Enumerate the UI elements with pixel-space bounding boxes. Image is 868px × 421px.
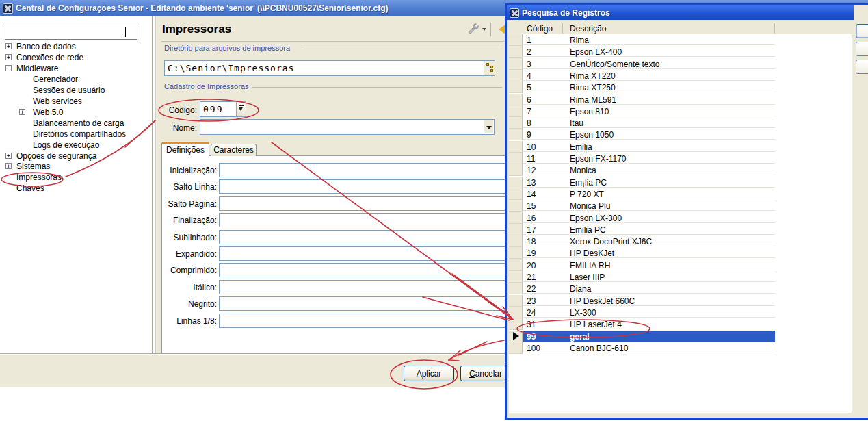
expand-icon[interactable]: + [19,109,25,115]
table-row[interactable]: 15Monica Plu [509,200,852,212]
table-row[interactable]: 22Diana [509,283,852,294]
table-row[interactable]: 1Rima [509,34,852,46]
table-row[interactable]: 20EMILIA RH [509,259,852,271]
row-selector-gutter[interactable] [509,331,523,342]
expand-icon[interactable]: + [5,54,12,60]
field-input-inicializa-o[interactable] [219,163,507,177]
dialog-side-button-3[interactable] [856,60,868,74]
row-selector-gutter[interactable] [509,94,523,105]
row-selector-gutter[interactable] [509,247,523,259]
tree-filter-input[interactable] [5,25,137,40]
table-row[interactable]: 19HP DesKJet [509,247,852,259]
field-input-sublinhado[interactable] [219,230,507,244]
table-row[interactable]: 10Emilia [509,141,852,153]
expand-icon[interactable]: + [5,43,12,49]
tab-caracteres[interactable]: Caracteres [211,144,257,156]
table-row[interactable]: 2Epson LX-400 [509,46,852,58]
column-header-codigo[interactable]: Código [527,24,553,34]
row-selector-gutter[interactable] [509,129,523,140]
row-selector-gutter[interactable] [509,117,523,129]
tree-item-gerenciador[interactable]: Gerenciador [0,74,152,85]
row-selector-gutter[interactable] [509,224,523,235]
expand-icon[interactable]: + [5,163,12,169]
table-row[interactable]: 16Epson LX-300 [509,212,852,224]
table-row[interactable]: 100Canon BJC-610 [509,342,852,354]
tree-item-logs-de-execu-o[interactable]: Logs de execução [0,140,152,151]
codigo-lookup-button[interactable] [236,101,246,117]
column-divider[interactable] [562,23,563,34]
table-row[interactable]: 7Epson 810 [509,105,852,117]
table-row[interactable]: 11Epson FX-1170 [509,153,852,164]
tree-item-middleware[interactable]: -Middleware [0,63,152,74]
table-row[interactable]: 31HP LaserJet 4 [509,318,852,330]
row-selector-gutter[interactable] [509,105,523,117]
table-row[interactable]: 24LX-300 [509,307,852,318]
table-row[interactable]: 6Rima ML591 [509,94,852,105]
cancel-button[interactable]: Cancelar [460,366,511,381]
tree-item-sistemas[interactable]: +Sistemas [0,161,152,172]
tools-dropdown-caret[interactable] [482,28,486,33]
field-input-linhas-1-8[interactable] [219,314,507,328]
tree-item-web-services[interactable]: Web services [0,96,152,107]
apply-button[interactable]: Aplicar [404,366,454,381]
field-input-negrito[interactable] [219,296,507,311]
column-header-descricao[interactable]: Descrição [570,24,606,34]
nome-dropdown-button[interactable] [484,120,493,133]
printer-directory-input[interactable]: C:\Senior\Impressoras [164,60,495,76]
field-input-salto-linha[interactable] [219,179,507,194]
tree-item-conex-es-de-rede[interactable]: +Conexões de rede [0,52,152,63]
row-selector-gutter[interactable] [509,342,523,354]
row-selector-gutter[interactable] [509,235,523,247]
table-row[interactable]: 9Epson 1050 [509,129,852,140]
table-row[interactable]: 18Xerox DocuPrint XJ6C [509,235,852,247]
table-row[interactable]: 13Em¡lia PC [509,177,852,188]
row-selector-gutter[interactable] [509,295,523,307]
row-selector-gutter[interactable] [509,70,523,81]
dialog-side-button-2[interactable] [856,42,868,56]
tab-definicoes[interactable]: Definições [161,142,209,156]
row-selector-gutter[interactable] [509,212,523,224]
table-row[interactable]: 23HP DeskJet 660C [509,295,852,307]
tree-item-web-5-0[interactable]: +Web 5.0 [0,107,152,118]
row-selector-gutter[interactable] [509,34,523,46]
collapse-chevron-icon[interactable] [494,25,505,34]
row-selector-gutter[interactable] [509,307,523,318]
row-selector-gutter[interactable] [509,177,523,188]
collapse-icon[interactable]: - [5,65,12,71]
expand-icon[interactable]: + [5,153,12,159]
tree-item-impressoras[interactable]: Impressoras [0,172,152,183]
column-divider[interactable] [774,23,775,34]
field-input-expandido[interactable] [219,246,507,261]
tree-item-balanceamento-de-carga[interactable]: Balanceamento de carga [0,118,152,129]
row-selector-gutter[interactable] [509,141,523,153]
field-input-it-lico[interactable] [219,280,507,294]
field-input-comprimido[interactable] [219,263,507,277]
row-selector-gutter[interactable] [509,283,523,294]
table-row[interactable]: 8Itau [509,117,852,129]
row-selector-gutter[interactable] [509,58,523,70]
table-row[interactable]: 12Monica [509,164,852,176]
tree-item-op-es-de-seguran-a[interactable]: +Opções de segurança [0,151,152,162]
table-row[interactable]: 14P 720 XT [509,188,852,200]
row-selector-gutter[interactable] [509,259,523,271]
dialog-side-button-1[interactable] [856,24,868,38]
field-input-finaliza-o[interactable] [219,213,507,227]
tree-item-chaves[interactable]: Chaves [0,183,152,194]
nome-combobox[interactable] [200,119,495,135]
table-row[interactable]: 99geral [509,331,852,342]
row-selector-gutter[interactable] [509,153,523,164]
table-row[interactable]: 5Rima XT250 [509,81,852,93]
table-row[interactable]: 4Rima XT220 [509,70,852,81]
row-selector-gutter[interactable] [509,46,523,58]
tree-item-banco-de-dados[interactable]: +Banco de dados [0,41,152,52]
table-row[interactable]: 21Laser IIIP [509,271,852,283]
tools-wrench-button[interactable] [467,23,479,35]
codigo-input[interactable]: 099 [200,101,237,117]
row-selector-gutter[interactable] [509,164,523,176]
row-selector-gutter[interactable] [509,188,523,200]
browse-directory-button[interactable] [484,61,495,75]
row-selector-gutter[interactable] [509,81,523,93]
tree-item-diret-rios-compartilhados[interactable]: Diretórios compartilhados [0,129,152,140]
table-row[interactable]: 17Emilia PC [509,224,852,235]
field-input-salto-p-gina[interactable] [219,196,507,211]
